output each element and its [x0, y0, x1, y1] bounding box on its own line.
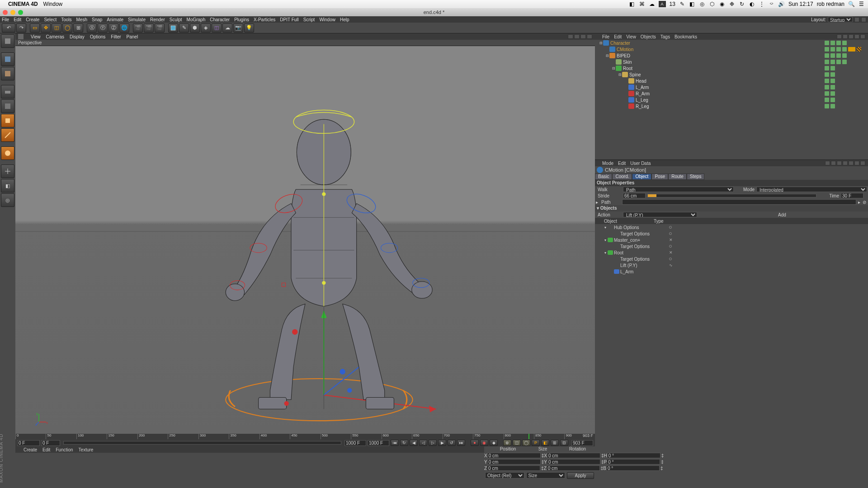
workplane-button[interactable]	[1, 85, 14, 99]
timeline-start-field[interactable]	[17, 440, 40, 446]
undo-button[interactable]: ↶	[2, 23, 15, 33]
menubar-badge[interactable]: 13	[670, 1, 675, 7]
am-nav-fwd-icon[interactable]	[831, 161, 836, 165]
play-backward-button[interactable]: ◁	[419, 440, 427, 446]
menubar-icon[interactable]: ◧	[629, 1, 635, 7]
rot-b-field[interactable]	[606, 465, 660, 471]
size-x-field[interactable]	[547, 453, 600, 458]
material-menu-function[interactable]: Function	[56, 447, 73, 452]
current-frame-field[interactable]	[571, 440, 593, 446]
visibility-tag-icon[interactable]	[836, 41, 841, 45]
viewport-menu-options[interactable]: Options	[90, 34, 105, 39]
menu-plugins[interactable]: Plugins	[234, 17, 249, 22]
visibility-tag-icon[interactable]	[825, 66, 829, 70]
coord-mode-select[interactable]: Object (Rel)	[485, 472, 524, 479]
material-menu-texture[interactable]: Texture	[79, 447, 94, 452]
visibility-tag-icon[interactable]	[842, 47, 847, 52]
cube-primitive-button[interactable]	[168, 23, 178, 33]
menu-dpit full[interactable]: DPIT Full	[280, 17, 299, 22]
menu-script[interactable]: Script	[303, 17, 315, 22]
visibility-tag-icon[interactable]	[830, 60, 835, 64]
menu-animate[interactable]: Animate	[107, 17, 123, 22]
goto-next-key-button[interactable]: ↺	[448, 440, 456, 446]
om-item-l_leg[interactable]: L_Leg	[595, 97, 868, 103]
key-pos-button[interactable]: ⊕	[503, 440, 511, 446]
menu-simulate[interactable]: Simulate	[128, 17, 146, 22]
om-menu-tags[interactable]: Tags	[660, 34, 670, 39]
viewport-menu-panel[interactable]: Panel	[127, 34, 138, 39]
pos-z-field[interactable]	[487, 465, 540, 471]
om-item-r_arm[interactable]: R_Arm	[595, 90, 868, 97]
om-item-character[interactable]: ⊟Character	[595, 40, 868, 46]
menubar-sync-icon[interactable]: ↻	[739, 1, 745, 7]
om-close-icon[interactable]	[860, 34, 865, 39]
stride-slider[interactable]	[647, 194, 816, 197]
menubar-volume-icon[interactable]: 🔊	[778, 1, 785, 7]
key-options-button[interactable]: ⊞	[551, 440, 559, 446]
am-close-icon[interactable]	[860, 161, 865, 165]
window-minimize-button[interactable]	[10, 10, 15, 15]
am-tab-steps[interactable]: Steps	[687, 174, 705, 180]
viewport-icon[interactable]	[18, 34, 24, 39]
menu-file[interactable]: File	[2, 17, 9, 22]
visibility-tag-icon[interactable]	[842, 60, 847, 64]
menu-character[interactable]: Character	[210, 17, 230, 22]
visibility-tag-icon[interactable]	[842, 41, 847, 45]
am-tab-route[interactable]: Route	[668, 174, 687, 180]
axis-x-toggle[interactable]: Ⓧ	[87, 23, 97, 33]
size-z-field[interactable]	[547, 465, 600, 471]
visibility-tag-icon[interactable]	[825, 41, 829, 45]
render-view-button[interactable]: 🎬	[133, 23, 143, 33]
menu-mesh[interactable]: Mesh	[76, 17, 87, 22]
pos-x-field[interactable]	[487, 453, 541, 458]
tree-toggle-icon[interactable]: ▾	[603, 238, 608, 242]
menu-sculpt[interactable]: Sculpt	[170, 17, 182, 22]
visibility-tag-icon[interactable]	[836, 53, 841, 58]
am-tree-item[interactable]: ▾Root✕	[595, 249, 868, 256]
am-expand-icon[interactable]	[854, 161, 859, 165]
prev-frame-button[interactable]: ◀	[410, 440, 418, 446]
coord-system-toggle[interactable]: 🌐	[119, 23, 129, 33]
menubar-wifi-icon[interactable]: ⌔	[769, 1, 775, 7]
autokey-button[interactable]: ◉	[480, 440, 488, 446]
tree-toggle-icon[interactable]: ▾	[603, 251, 608, 255]
visibility-tag-icon[interactable]	[825, 91, 829, 96]
visibility-tag-icon[interactable]	[825, 79, 829, 83]
menu-x-particles[interactable]: X-Particles	[254, 17, 275, 22]
visibility-tag-icon[interactable]	[825, 98, 829, 102]
scale-tool[interactable]: ◫	[52, 23, 61, 33]
menubar-icon[interactable]: ◉	[719, 1, 725, 7]
expression-tag-icon[interactable]	[848, 47, 855, 52]
menubar-adobe-icon[interactable]: A	[659, 1, 666, 7]
tree-toggle-icon[interactable]: ⊟	[611, 66, 616, 70]
key-rot-button[interactable]: ◯	[522, 440, 530, 446]
menubar-user[interactable]: rob redman	[817, 1, 844, 7]
visibility-tag-icon[interactable]	[825, 60, 829, 64]
visibility-tag-icon[interactable]	[830, 41, 835, 45]
menu-window[interactable]: Window	[319, 17, 335, 22]
menu-edit[interactable]: Edit	[14, 17, 21, 22]
make-editable-button[interactable]	[1, 34, 14, 48]
path-field[interactable]	[622, 199, 856, 205]
am-tab-basic[interactable]: Basic	[595, 174, 612, 180]
om-menu-file[interactable]: File	[602, 34, 609, 39]
goto-prev-key-button[interactable]: ↻	[400, 440, 408, 446]
visibility-tag-icon[interactable]	[830, 85, 835, 89]
window-zoom-button[interactable]	[18, 10, 23, 15]
rot-p-field[interactable]	[607, 459, 660, 465]
priority-tag-icon[interactable]	[857, 47, 861, 52]
viewport-menu-filter[interactable]: Filter	[111, 34, 121, 39]
pen-tool-button[interactable]: ✎	[179, 23, 189, 33]
visibility-tag-icon[interactable]	[825, 53, 829, 58]
rotate-tool[interactable]: ◯	[62, 23, 72, 33]
coord-size-select[interactable]: Size	[526, 472, 566, 479]
add-action-button[interactable]: Add	[769, 212, 796, 217]
select-tool[interactable]: ▭	[30, 23, 40, 33]
menubar-icon[interactable]: ⋮	[759, 1, 765, 7]
move-tool[interactable]: ✥	[41, 23, 51, 33]
macos-menu-window[interactable]: Window	[43, 1, 63, 7]
layout-dropdown[interactable]: Startup	[828, 17, 853, 22]
layout-icon[interactable]	[854, 17, 859, 22]
light-button[interactable]: 💡	[244, 23, 254, 33]
visibility-tag-icon[interactable]	[836, 60, 841, 64]
